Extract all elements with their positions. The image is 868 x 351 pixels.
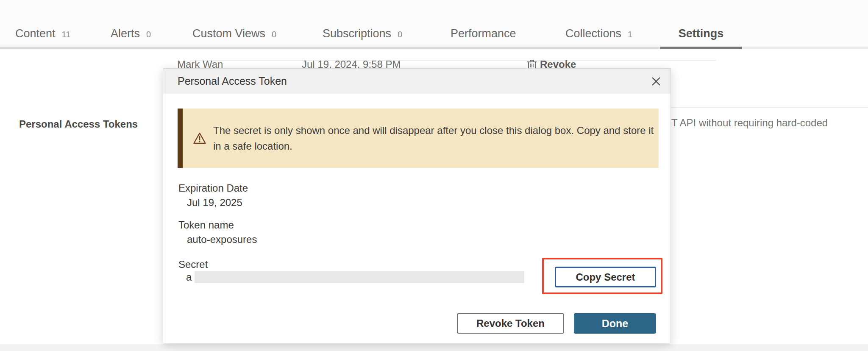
done-button[interactable]: Done [574,313,656,334]
table-top-divider [191,60,716,61]
tab-bar: Content11 Alerts0 Custom Views0 Subscrip… [0,0,868,49]
tab-label: Performance [451,27,516,40]
tab-underline-track [742,47,868,49]
tab-performance[interactable]: Performance [451,25,516,42]
warning-text: The secret is only shown once and will d… [213,123,656,154]
tab-count: 0 [272,30,276,39]
secret-redacted-bar [195,271,524,283]
active-tab-underline [660,47,742,49]
tab-custom-views[interactable]: Custom Views0 [192,25,276,42]
secret-value-visible-char: a [186,271,192,283]
tab-label: Collections [565,27,621,40]
tab-label: Settings [679,27,724,40]
warning-banner: The secret is only shown once and will d… [178,109,659,168]
tab-label: Alerts [111,27,140,40]
tab-subscriptions[interactable]: Subscriptions0 [323,25,402,42]
token-name-label: Token name [178,219,234,231]
expiration-date-label: Expiration Date [178,182,248,194]
warning-triangle-icon [193,132,206,145]
close-icon[interactable] [649,75,663,88]
copy-secret-button[interactable]: Copy Secret [555,267,656,287]
page-bottom-strip [0,344,868,351]
dialog-title: Personal Access Token [178,69,287,94]
secret-label: Secret [178,259,208,270]
expiration-date-value: Jul 19, 2025 [187,197,242,209]
tab-count: 11 [62,30,71,39]
tab-label: Content [15,27,56,40]
tab-collections[interactable]: Collections1 [565,25,632,42]
secret-value-row: a [186,271,524,283]
tab-underline-track [0,47,660,49]
section-description-fragment: ST API without requiring hard-coded [665,117,828,129]
revoke-token-button[interactable]: Revoke Token [457,313,564,334]
tab-label: Subscriptions [323,27,391,40]
personal-access-tokens-label: Personal Access Tokens [19,118,138,130]
tab-content[interactable]: Content11 [15,25,70,42]
personal-access-token-dialog: Personal Access Token The secret is only… [163,68,671,343]
tab-count: 1 [628,30,632,39]
tab-count: 0 [146,30,151,39]
tab-alerts[interactable]: Alerts0 [111,25,151,42]
tab-settings[interactable]: Settings [660,25,742,42]
token-name-value: auto-exposures [187,234,257,245]
tab-count: 0 [398,30,402,39]
section-divider [671,107,868,108]
dialog-header: Personal Access Token [163,69,670,94]
tab-label: Custom Views [192,27,265,40]
